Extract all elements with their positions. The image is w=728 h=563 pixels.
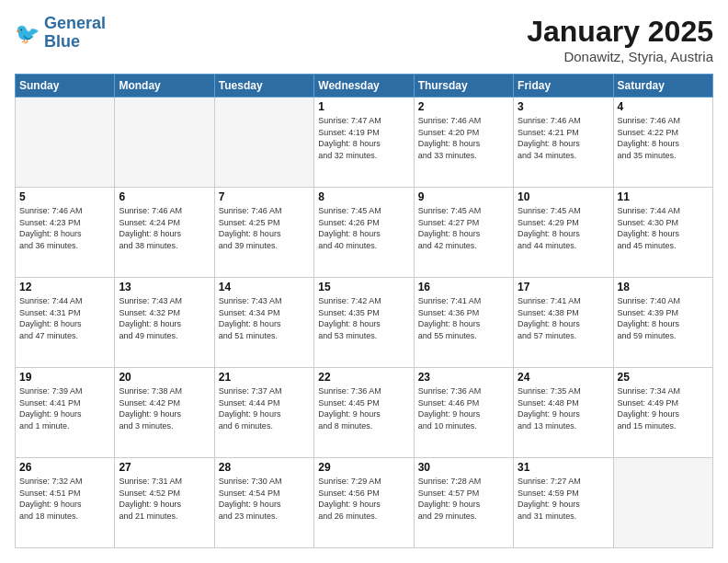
location: Donawitz, Styria, Austria [527,49,713,64]
day-number: 24 [518,371,609,384]
day-info: Sunrise: 7:45 AM Sunset: 4:27 PM Dayligh… [418,205,509,251]
day-info: Sunrise: 7:46 AM Sunset: 4:20 PM Dayligh… [418,115,509,161]
title-block: January 2025 Donawitz, Styria, Austria [527,15,713,64]
day-number: 27 [119,461,210,474]
calendar-cell: 18Sunrise: 7:40 AM Sunset: 4:39 PM Dayli… [613,278,712,368]
day-info: Sunrise: 7:32 AM Sunset: 4:51 PM Dayligh… [19,476,110,522]
day-number: 8 [318,190,409,203]
day-number: 11 [618,190,709,203]
day-info: Sunrise: 7:41 AM Sunset: 4:36 PM Dayligh… [418,295,509,341]
day-number: 16 [418,281,509,293]
day-info: Sunrise: 7:43 AM Sunset: 4:32 PM Dayligh… [119,295,210,341]
day-info: Sunrise: 7:44 AM Sunset: 4:31 PM Dayligh… [19,295,110,341]
calendar-cell [613,458,712,548]
calendar-cell: 20Sunrise: 7:38 AM Sunset: 4:42 PM Dayli… [115,368,214,458]
calendar-table: SundayMondayTuesdayWednesdayThursdayFrid… [15,74,713,548]
logo: 🐦 General Blue [15,15,106,52]
calendar-cell: 10Sunrise: 7:45 AM Sunset: 4:29 PM Dayli… [514,188,613,278]
calendar-cell [214,98,313,188]
day-info: Sunrise: 7:46 AM Sunset: 4:22 PM Dayligh… [618,115,709,161]
day-number: 30 [418,461,509,474]
day-number: 22 [318,371,409,384]
calendar-cell: 17Sunrise: 7:41 AM Sunset: 4:38 PM Dayli… [514,278,613,368]
day-info: Sunrise: 7:28 AM Sunset: 4:57 PM Dayligh… [418,476,509,522]
day-number: 5 [19,190,110,203]
day-number: 20 [119,371,210,384]
calendar-cell: 6Sunrise: 7:46 AM Sunset: 4:24 PM Daylig… [115,188,214,278]
day-info: Sunrise: 7:43 AM Sunset: 4:34 PM Dayligh… [219,295,310,341]
day-number: 13 [119,281,210,293]
svg-text:🐦: 🐦 [15,21,40,46]
calendar-day-header: Friday [514,75,613,98]
calendar-cell: 29Sunrise: 7:29 AM Sunset: 4:56 PM Dayli… [314,458,414,548]
day-info: Sunrise: 7:45 AM Sunset: 4:26 PM Dayligh… [318,205,409,251]
day-info: Sunrise: 7:42 AM Sunset: 4:35 PM Dayligh… [318,295,409,341]
calendar-cell: 2Sunrise: 7:46 AM Sunset: 4:20 PM Daylig… [414,98,513,188]
day-number: 23 [418,371,509,384]
calendar-cell: 3Sunrise: 7:46 AM Sunset: 4:21 PM Daylig… [514,98,613,188]
calendar-cell [115,98,214,188]
header: 🐦 General Blue January 2025 Donawitz, St… [15,15,713,64]
day-info: Sunrise: 7:45 AM Sunset: 4:29 PM Dayligh… [518,205,609,251]
day-info: Sunrise: 7:27 AM Sunset: 4:59 PM Dayligh… [518,476,609,522]
calendar-day-header: Monday [115,75,214,98]
day-info: Sunrise: 7:46 AM Sunset: 4:24 PM Dayligh… [119,205,210,251]
day-number: 7 [219,190,310,203]
calendar-cell: 26Sunrise: 7:32 AM Sunset: 4:51 PM Dayli… [16,458,115,548]
calendar-cell: 4Sunrise: 7:46 AM Sunset: 4:22 PM Daylig… [613,98,712,188]
day-number: 14 [219,281,310,293]
day-number: 1 [318,100,409,113]
day-info: Sunrise: 7:38 AM Sunset: 4:42 PM Dayligh… [119,385,210,431]
calendar-week-row: 26Sunrise: 7:32 AM Sunset: 4:51 PM Dayli… [16,458,713,548]
day-info: Sunrise: 7:34 AM Sunset: 4:49 PM Dayligh… [618,385,709,431]
calendar-cell: 19Sunrise: 7:39 AM Sunset: 4:41 PM Dayli… [16,368,115,458]
day-info: Sunrise: 7:35 AM Sunset: 4:48 PM Dayligh… [518,385,609,431]
day-info: Sunrise: 7:39 AM Sunset: 4:41 PM Dayligh… [19,385,110,431]
calendar-day-header: Thursday [414,75,513,98]
day-info: Sunrise: 7:46 AM Sunset: 4:25 PM Dayligh… [219,205,310,251]
day-number: 29 [318,461,409,474]
calendar-cell: 8Sunrise: 7:45 AM Sunset: 4:26 PM Daylig… [314,188,414,278]
calendar-cell: 21Sunrise: 7:37 AM Sunset: 4:44 PM Dayli… [214,368,313,458]
calendar-day-header: Wednesday [314,75,414,98]
calendar-cell: 23Sunrise: 7:36 AM Sunset: 4:46 PM Dayli… [414,368,513,458]
day-number: 28 [219,461,310,474]
calendar-cell: 30Sunrise: 7:28 AM Sunset: 4:57 PM Dayli… [414,458,513,548]
day-number: 26 [19,461,110,474]
calendar-cell [16,98,115,188]
day-number: 10 [518,190,609,203]
calendar-header-row: SundayMondayTuesdayWednesdayThursdayFrid… [16,75,713,98]
calendar-day-header: Sunday [16,75,115,98]
calendar-week-row: 1Sunrise: 7:47 AM Sunset: 4:19 PM Daylig… [16,98,713,188]
day-number: 18 [618,281,709,293]
day-number: 9 [418,190,509,203]
day-info: Sunrise: 7:36 AM Sunset: 4:45 PM Dayligh… [318,385,409,431]
day-info: Sunrise: 7:47 AM Sunset: 4:19 PM Dayligh… [318,115,409,161]
calendar-cell: 25Sunrise: 7:34 AM Sunset: 4:49 PM Dayli… [613,368,712,458]
logo-text: General Blue [44,15,106,52]
calendar-cell: 24Sunrise: 7:35 AM Sunset: 4:48 PM Dayli… [514,368,613,458]
day-number: 19 [19,371,110,384]
calendar-cell: 15Sunrise: 7:42 AM Sunset: 4:35 PM Dayli… [314,278,414,368]
calendar-cell: 1Sunrise: 7:47 AM Sunset: 4:19 PM Daylig… [314,98,414,188]
calendar-cell: 27Sunrise: 7:31 AM Sunset: 4:52 PM Dayli… [115,458,214,548]
calendar-day-header: Tuesday [214,75,313,98]
day-number: 31 [518,461,609,474]
day-info: Sunrise: 7:37 AM Sunset: 4:44 PM Dayligh… [219,385,310,431]
day-info: Sunrise: 7:31 AM Sunset: 4:52 PM Dayligh… [119,476,210,522]
calendar-week-row: 19Sunrise: 7:39 AM Sunset: 4:41 PM Dayli… [16,368,713,458]
calendar-cell: 12Sunrise: 7:44 AM Sunset: 4:31 PM Dayli… [16,278,115,368]
day-number: 12 [19,281,110,293]
day-number: 6 [119,190,210,203]
calendar-cell: 28Sunrise: 7:30 AM Sunset: 4:54 PM Dayli… [214,458,313,548]
day-info: Sunrise: 7:41 AM Sunset: 4:38 PM Dayligh… [518,295,609,341]
calendar-week-row: 12Sunrise: 7:44 AM Sunset: 4:31 PM Dayli… [16,278,713,368]
month-title: January 2025 [527,15,713,49]
day-number: 3 [518,100,609,113]
day-number: 15 [318,281,409,293]
day-info: Sunrise: 7:36 AM Sunset: 4:46 PM Dayligh… [418,385,509,431]
calendar-cell: 31Sunrise: 7:27 AM Sunset: 4:59 PM Dayli… [514,458,613,548]
day-info: Sunrise: 7:29 AM Sunset: 4:56 PM Dayligh… [318,476,409,522]
day-info: Sunrise: 7:46 AM Sunset: 4:21 PM Dayligh… [518,115,609,161]
calendar-cell: 14Sunrise: 7:43 AM Sunset: 4:34 PM Dayli… [214,278,313,368]
